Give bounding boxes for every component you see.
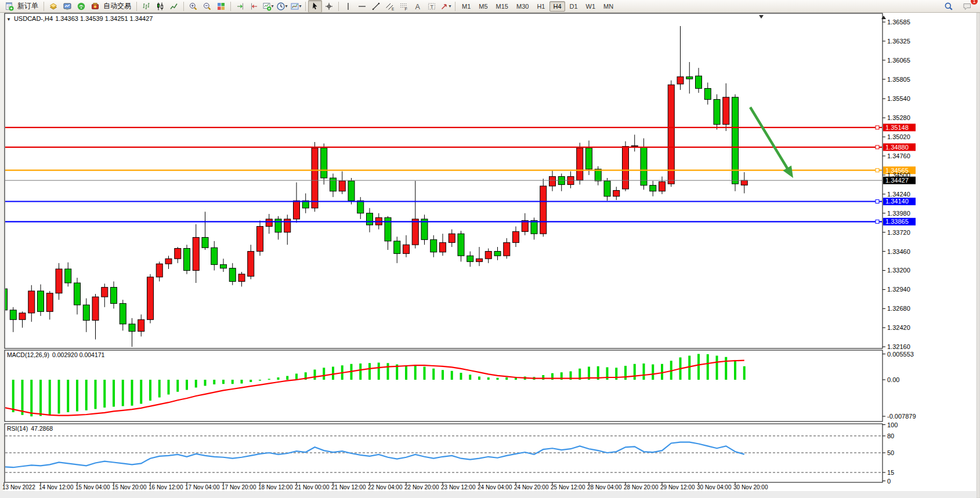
trendline-button[interactable]: [369, 0, 383, 13]
macd-values: 0.002920 0.004171: [52, 351, 105, 358]
candle-body: [577, 148, 583, 180]
timeframe-w1-button[interactable]: W1: [583, 1, 599, 12]
candle-body: [677, 77, 684, 84]
crosshair-icon: [324, 2, 334, 11]
search-icon: [944, 2, 953, 11]
cursor-button[interactable]: [308, 0, 322, 13]
candle-body: [83, 305, 89, 321]
market-icon: [49, 2, 58, 11]
svg-text:A: A: [415, 2, 421, 10]
new-order-button[interactable]: [2, 0, 16, 13]
time-tick-label: 17 Nov 04:00: [185, 484, 220, 490]
template-button[interactable]: ▾: [289, 0, 303, 13]
macd-axis-label: 0.005553: [887, 351, 914, 358]
new-chart-button[interactable]: ▾: [261, 0, 275, 13]
level-line-handle[interactable]: [876, 169, 879, 172]
cursor-icon: [310, 2, 320, 11]
chart-shift-button[interactable]: [247, 0, 261, 13]
arrows-button[interactable]: ▾: [439, 0, 453, 13]
zoom-in-button[interactable]: [186, 0, 200, 13]
level-line-handle[interactable]: [876, 220, 879, 223]
candle-body: [504, 242, 510, 256]
autotrading-button[interactable]: [88, 0, 102, 13]
signals-icon: [77, 2, 86, 11]
search-button[interactable]: [942, 0, 956, 13]
candle-body: [165, 259, 172, 264]
candle-body: [476, 259, 483, 261]
level-line-handle[interactable]: [876, 126, 879, 129]
candlestick-chart-button[interactable]: [153, 0, 167, 13]
tile-windows-icon: [216, 2, 226, 11]
candle-body: [28, 291, 35, 313]
timeframe-h4-button[interactable]: H4: [549, 1, 565, 12]
new-order-button-label[interactable]: 新订单: [17, 1, 38, 11]
market-button[interactable]: [46, 0, 60, 13]
level-line-handle[interactable]: [876, 199, 879, 203]
signals-button[interactable]: [74, 0, 88, 13]
candle-body: [92, 297, 99, 321]
autotrading-icon: [91, 2, 100, 11]
candle-body: [613, 191, 620, 197]
equidistant-channel-button[interactable]: E: [383, 0, 397, 13]
macd-pane: [5, 350, 883, 421]
price-tick-label: 1.32680: [887, 305, 910, 312]
candle-body: [696, 76, 702, 89]
chart-canvas[interactable]: 1.351481.348801.345651.341401.338651.344…: [0, 0, 980, 498]
price-tick-label: 1.36065: [887, 57, 910, 64]
price-tick-label: 1.32940: [887, 286, 910, 293]
chevron-down-icon[interactable]: ▼: [6, 17, 11, 22]
text-label-button[interactable]: T: [425, 0, 439, 13]
price-tick-label: 1.32160: [887, 343, 910, 350]
chevron-down-icon: ▾: [285, 3, 287, 9]
timeframe-m5-button[interactable]: M5: [475, 1, 491, 12]
time-tick-label: 13 Nov 2022: [2, 484, 35, 490]
text-button[interactable]: A: [411, 0, 425, 13]
vertical-line-button[interactable]: [341, 0, 355, 13]
timeframe-m15-button[interactable]: M15: [493, 1, 512, 12]
level-price-text: 1.35148: [885, 124, 909, 131]
auto-scroll-button[interactable]: [233, 0, 247, 13]
level-line-handle[interactable]: [876, 146, 879, 149]
time-tick-label: 29 Nov 12:00: [660, 484, 695, 490]
time-axis: 13 Nov 202214 Nov 12:0015 Nov 04:0015 No…: [2, 482, 768, 490]
timeframe-m30-button[interactable]: M30: [513, 1, 532, 12]
timeframe-mn-button[interactable]: MN: [600, 1, 617, 12]
rsi-axis-label: 15: [887, 469, 894, 476]
toolbar-separator: [455, 2, 455, 11]
time-tick-label: 22 Nov 04:00: [368, 484, 403, 490]
chat-button[interactable]: 1: [960, 0, 974, 13]
timeframe-d1-button[interactable]: D1: [566, 1, 581, 12]
period-button[interactable]: ▾: [275, 0, 289, 13]
timeframe-h1-button[interactable]: H1: [533, 1, 548, 12]
terminal-button[interactable]: [60, 0, 74, 13]
zoom-out-button[interactable]: [200, 0, 214, 13]
rsi-axis-label: 0: [887, 478, 891, 485]
candle-body: [202, 238, 208, 248]
main-toolbar: 新订单自动交易▾▾▾EFAT▾M1M5M15M30H1H4D1W1MN1: [0, 0, 980, 13]
horizontal-line-button[interactable]: [355, 0, 369, 13]
candle-body: [65, 269, 71, 283]
bar-chart-icon: [142, 2, 151, 11]
candle-body: [138, 319, 144, 331]
fibonacci-button[interactable]: F: [397, 0, 411, 13]
chevron-down-icon: ▾: [299, 3, 301, 9]
bar-chart-button[interactable]: [139, 0, 153, 13]
price-tick-label: 1.34500: [887, 172, 910, 179]
timeframe-m1-button[interactable]: M1: [458, 1, 474, 12]
candle-body: [184, 249, 190, 271]
candle-body: [714, 100, 720, 125]
price-tick-label: 1.35540: [887, 95, 910, 102]
candle-body: [641, 147, 647, 186]
candle-body: [367, 213, 373, 225]
chevron-down-icon: ▾: [271, 3, 273, 9]
ohlc-values: 1.34363 1.34539 1.34251 1.34427: [55, 15, 153, 22]
candle-body: [238, 274, 245, 282]
tile-windows-button[interactable]: [214, 0, 228, 13]
crosshair-button[interactable]: [322, 0, 336, 13]
trendline-icon: [371, 2, 381, 11]
candle-body: [650, 186, 656, 191]
line-chart-button[interactable]: [167, 0, 181, 13]
candle-body: [704, 89, 711, 100]
autotrading-button-label[interactable]: 自动交易: [103, 1, 131, 11]
new-order-icon: [5, 2, 14, 11]
